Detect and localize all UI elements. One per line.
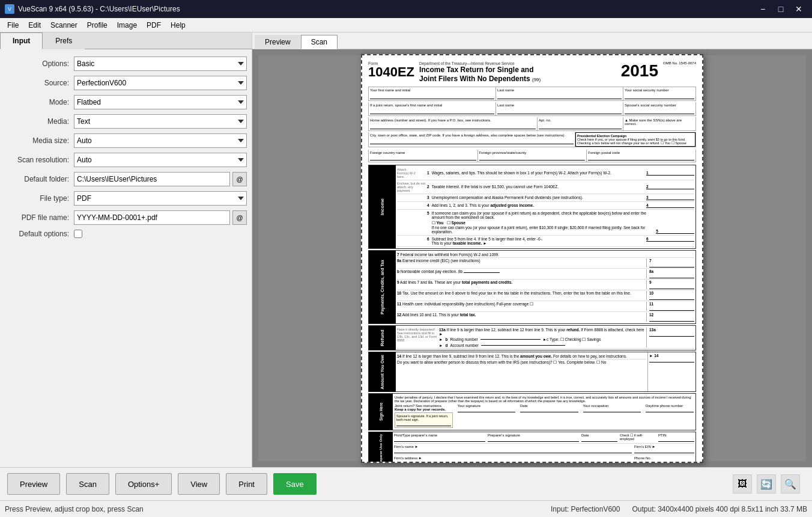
options-select[interactable]: Basic (74, 57, 247, 71)
tab-prefs[interactable]: Prefs (43, 32, 85, 49)
status-output: Output: 3400x4400 pixels 400 dpi 8.5x11 … (632, 505, 807, 513)
preparer-fields: Print/Type preparer's name Preparer's si… (393, 432, 695, 462)
save-button[interactable]: Save (273, 473, 317, 495)
media-size-row: Media size: Auto (5, 133, 247, 148)
options-button[interactable]: Options+ (115, 473, 172, 495)
view-button[interactable]: View (178, 473, 220, 495)
scan-button[interactable]: Scan (66, 473, 109, 495)
line-14-question: Do you want to allow another person to d… (397, 359, 646, 366)
foreign-country-field: Foreign country name (369, 150, 478, 162)
ssn-field: Your social security number (623, 87, 695, 100)
status-input: Input: PerfectionV600 (551, 505, 620, 513)
payments-section: Payments, Credits, and Tax 7 Federal inc… (368, 250, 696, 324)
print-button[interactable]: Print (226, 473, 267, 495)
media-row: Media: Text (5, 114, 247, 129)
rotate-icon-button[interactable]: 🔄 (757, 474, 776, 494)
sign-section: Sign Here Under penalties of perjury, I … (368, 393, 696, 430)
file-type-row: File type: PDF (5, 191, 247, 206)
scan-resolution-select[interactable]: Auto (74, 153, 247, 167)
file-type-select[interactable]: PDF (74, 191, 247, 206)
folder-input-wrapper: @ (74, 172, 247, 186)
close-button[interactable]: ✕ (790, 1, 807, 17)
folder-input[interactable] (74, 172, 230, 186)
amount-owe-fields: 14 If line 12 is larger than line 9, sub… (396, 352, 647, 392)
bottom-icons: 🖼 🔄 🔍 (733, 474, 800, 494)
income-line-2: Enclose, but do not attach, any payment.… (397, 180, 694, 194)
line-12: 12 Add lines 10 and 11. This is your tot… (397, 312, 694, 322)
options-row: Options: Basic (5, 57, 247, 71)
minimize-button[interactable]: − (754, 1, 771, 17)
tax-year: 2015 (621, 61, 658, 81)
title-bar: V VueScan 9 x64 (9.5.63) - C:\Users\IEUs… (0, 0, 812, 18)
window-controls: − □ ✕ (754, 1, 807, 17)
source-select[interactable]: PerfectionV600 (74, 76, 247, 90)
foreign-postal-field: Foreign postal code (587, 150, 695, 162)
line-14-desc: 14 If line 12 is larger than line 9, sub… (397, 353, 646, 359)
pdf-at-button[interactable]: @ (232, 210, 247, 225)
options-label: Options: (5, 60, 74, 68)
mode-select[interactable]: Flatbed (74, 95, 247, 109)
default-folder-row: Default folder: @ (5, 172, 247, 186)
spouse-last-name-field: Last name (496, 102, 623, 115)
refund-instructions: Have it directly deposited! See instruct… (397, 327, 694, 349)
menu-help[interactable]: Help (166, 20, 190, 31)
income-line-3: 3 Unemployment compensation and Alaska P… (397, 194, 694, 202)
menu-image[interactable]: Image (112, 20, 142, 31)
scan-resolution-label: Scan resolution: (5, 156, 74, 164)
form-title: Income Tax Return for Single and Joint F… (419, 66, 615, 84)
income-line-attach: AttachForm(s) W-2here. 1 Wages, salaries… (397, 167, 694, 180)
left-tabs: Input Prefs (0, 32, 252, 49)
preview-area: Preview Scan Form 1040EZ (252, 32, 812, 467)
menu-edit[interactable]: Edit (23, 20, 46, 31)
tab-preview[interactable]: Preview (255, 35, 301, 49)
left-panel: Input Prefs Options: Basic Source: Perfe… (0, 32, 252, 467)
default-options-label: Default options: (5, 230, 74, 238)
income-fields: AttachForm(s) W-2here. 1 Wages, salaries… (396, 165, 695, 248)
line-7: 7 Federal income tax withheld from Form(… (397, 252, 694, 258)
line-9: 9 Add lines 7 and 8a. These are your tot… (397, 280, 694, 290)
address-field: Home address (number and street). If you… (369, 117, 538, 130)
default-options-checkbox[interactable] (74, 230, 82, 238)
pdf-filename-label: PDF file name: (5, 213, 74, 222)
income-line-5: 5 If someone can claim you (or your spou… (397, 210, 694, 236)
menu-pdf[interactable]: PDF (142, 20, 166, 31)
election-fund: Presidential Election Campaign Check her… (575, 132, 695, 147)
media-select[interactable]: Text (74, 114, 247, 129)
pdf-filename-wrapper: @ (74, 210, 247, 225)
menu-file[interactable]: File (2, 20, 23, 31)
maximize-button[interactable]: □ (772, 1, 789, 17)
bottom-bar: Preview Scan Options+ View Print Save 🖼 … (0, 467, 812, 500)
amount-owe-box: ► 14 (647, 352, 695, 392)
refund-fields: Have it directly deposited! See instruct… (396, 326, 695, 350)
omb-number: OMB No. 1545-0074 (663, 61, 696, 65)
zoom-icon-button[interactable]: 🔍 (781, 474, 800, 494)
status-bar: Press Preview, adjust crop box, press Sc… (0, 500, 812, 517)
menu-profile[interactable]: Profile (82, 20, 112, 31)
foreign-province-field: Foreign province/state/county (478, 150, 587, 162)
mode-row: Mode: Flatbed (5, 95, 247, 109)
spouse-name-field: If a joint return, spouse's first name a… (369, 102, 496, 115)
payments-label: Payments, Credits, and Tax (369, 251, 396, 323)
apt-field: Apt. no. (538, 117, 623, 130)
line-11: 11 Health care: individual responsibilit… (397, 301, 694, 312)
file-type-label: File type: (5, 194, 74, 203)
amount-owe-section: Amount You Owe 14 If line 12 is larger t… (368, 352, 696, 393)
app-icon: V (5, 4, 14, 14)
document-preview: Form 1040EZ Department of the Treasury—I… (361, 54, 703, 463)
preparer-section: Paid Preparer Use Only Print/Type prepar… (368, 432, 696, 462)
thumbnail-icon-button[interactable]: 🖼 (733, 474, 752, 494)
pdf-filename-input[interactable] (74, 210, 230, 225)
media-size-select[interactable]: Auto (74, 133, 247, 148)
preview-button[interactable]: Preview (7, 473, 60, 495)
pdf-filename-row: PDF file name: @ (5, 210, 247, 225)
tab-input[interactable]: Input (0, 32, 43, 49)
menu-scanner[interactable]: Scanner (46, 20, 82, 31)
folder-at-button[interactable]: @ (232, 172, 247, 186)
tax-form-content: Form 1040EZ Department of the Treasury—I… (362, 55, 702, 463)
line-8b: b Nontaxable combat pay election. 8b 8a (397, 269, 694, 280)
menu-bar: File Edit Scanner Profile Image PDF Help (0, 18, 812, 32)
tab-scan[interactable]: Scan (301, 35, 338, 49)
spouse-ssn-field: Spouse's social security number (623, 102, 695, 115)
source-row: Source: PerfectionV600 (5, 76, 247, 90)
main-content: Input Prefs Options: Basic Source: Perfe… (0, 32, 812, 467)
